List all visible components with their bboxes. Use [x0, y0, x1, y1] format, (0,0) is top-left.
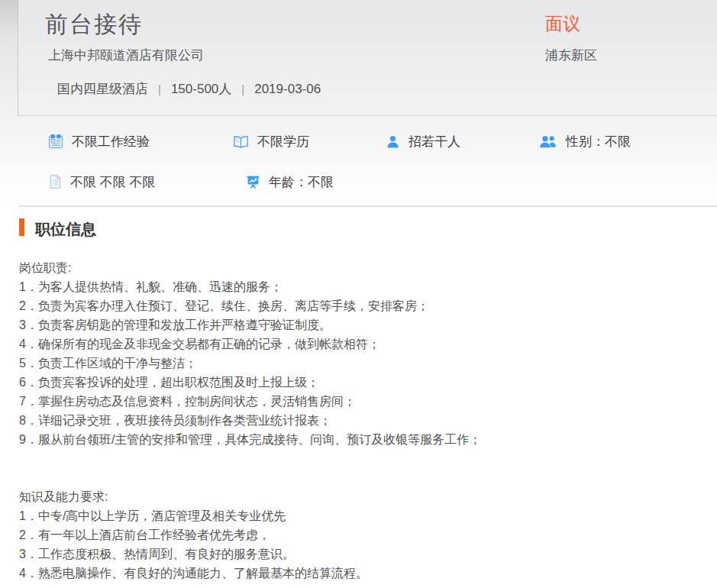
- skill-line: 3．工作态度积极、热情周到、有良好的服务意识。: [19, 544, 709, 564]
- requirement-work-experience: 不限工作经验: [48, 133, 150, 150]
- resume-card-icon: [48, 134, 63, 149]
- duty-line: 3．负责客房钥匙的管理和发放工作并严格遵守验证制度。: [19, 315, 709, 334]
- skill-line: 2．有一年以上酒店前台工作经验者优先考虑，: [19, 525, 709, 544]
- skills-list: 1．中专/高中以上学历，酒店管理及相关专业优先2．有一年以上酒店前台工作经验者优…: [19, 506, 709, 583]
- meta-separator: |: [241, 82, 244, 95]
- education-label: 不限学历: [257, 133, 309, 150]
- publish-date-label: 2019-03-06: [254, 82, 321, 96]
- company-meta-row: 国内四星级酒店|150-500人|2019-03-06: [57, 80, 321, 98]
- section-accent-bar: [19, 218, 24, 236]
- section-divider: [19, 205, 717, 207]
- job-tags-label: 不限 不限 不限: [70, 173, 155, 191]
- work-experience-label: 不限工作经验: [72, 133, 150, 150]
- headcount-label: 招若干人: [409, 133, 460, 150]
- requirement-job-tags: 不限 不限 不限: [49, 173, 155, 190]
- job-header-card: 前台接待 面议 上海中邦颐道酒店有限公司 浦东新区 国内四星级酒店|150-50…: [18, 0, 717, 116]
- section-title: 职位信息: [35, 219, 96, 240]
- requirement-age: 年龄：不限: [246, 173, 334, 190]
- job-description: 岗位职责: 1．为客人提供热情、礼貌、准确、迅速的服务；2．负责为宾客办理入住预…: [19, 258, 709, 583]
- company-name: 上海中邦颐道酒店有限公司: [48, 47, 204, 64]
- duties-heading: 岗位职责:: [19, 258, 709, 277]
- age-label: 年龄：不限: [269, 173, 334, 191]
- district-label: 浦东新区: [545, 47, 597, 64]
- skill-line: 4．熟悉电脑操作、有良好的沟通能力、了解最基本的结算流程。: [19, 564, 709, 583]
- requirement-gender: 性别：不限: [539, 133, 631, 150]
- duty-line: 2．负责为宾客办理入住预订、登记、续住、换房、离店等手续，安排客房；: [19, 296, 709, 315]
- skills-section: 知识及能力要求: 1．中专/高中以上学历，酒店管理及相关专业优先2．有一年以上酒…: [19, 487, 709, 583]
- skills-heading: 知识及能力要求:: [19, 487, 709, 506]
- duty-line: 8．详细记录交班，夜班接待员须制作各类营业统计报表；: [19, 411, 709, 430]
- duty-line: 6．负责宾客投诉的处理，超出职权范围及时上报上级；: [19, 373, 709, 392]
- meta-separator: |: [158, 82, 161, 95]
- duties-section: 岗位职责: 1．为客人提供热情、礼貌、准确、迅速的服务；2．负责为宾客办理入住预…: [19, 258, 709, 449]
- requirement-education: 不限学历: [233, 133, 309, 150]
- document-list-icon: [49, 175, 62, 189]
- gender-label: 性别：不限: [566, 133, 631, 150]
- industry-label: 国内四星级酒店: [57, 82, 148, 96]
- requirement-headcount: 招若干人: [386, 133, 460, 150]
- duty-line: 7．掌握住房动态及信息资料，控制房间状态，灵活销售房间；: [19, 392, 709, 411]
- salary-label: 面议: [545, 12, 580, 36]
- skill-line: 1．中专/高中以上学历，酒店管理及相关专业优先: [19, 506, 709, 525]
- people-icon: [539, 134, 557, 149]
- duty-line: 9．服从前台领班/主管的安排和管理，具体完成接待、问询、预订及收银等服务工作；: [19, 430, 709, 449]
- open-book-icon: [233, 134, 249, 149]
- job-title: 前台接待: [45, 9, 143, 40]
- person-icon: [386, 134, 400, 149]
- duty-line: 1．为客人提供热情、礼貌、准确、迅速的服务；: [19, 277, 709, 296]
- job-detail-page: 前台接待 面议 上海中邦颐道酒店有限公司 浦东新区 国内四星级酒店|150-50…: [0, 0, 717, 588]
- duty-line: 5．负责工作区域的干净与整洁；: [19, 354, 709, 373]
- duty-line: 4．确保所有的现金及非现金交易都有正确的记录，做到帐款相符；: [19, 334, 709, 354]
- duties-list: 1．为客人提供热情、礼貌、准确、迅速的服务；2．负责为宾客办理入住预订、登记、续…: [19, 277, 709, 449]
- company-size-label: 150-500人: [171, 82, 231, 96]
- chart-board-icon: [246, 175, 260, 189]
